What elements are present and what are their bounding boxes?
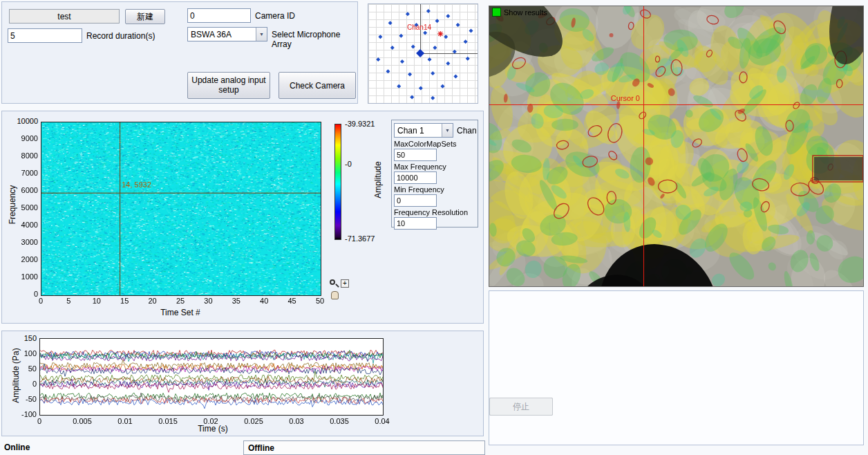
spectrogram-cursor-label: 14, 5932 — [122, 180, 151, 189]
tick-label: 25 — [170, 297, 191, 305]
tick-label: 0.025 — [241, 417, 266, 425]
acoustic-camera-app: test 新建 Camera ID Record duration(s) BSW… — [0, 0, 868, 455]
tick-label: 15 — [114, 297, 135, 305]
spectrogram-panel: Frequency 14, 5932 Time Set # -39.9321 -… — [1, 111, 484, 324]
record-duration-input[interactable] — [8, 28, 82, 43]
min-frequency-label: Min Frequency — [394, 185, 475, 194]
tick-label: 20 — [142, 297, 163, 305]
tick-label: 45 — [282, 297, 303, 305]
offline-status-label: Offline — [248, 443, 274, 453]
tick-label: 9000 — [9, 134, 38, 142]
acoustic-camera-view: Show results Cursor 0 — [489, 6, 864, 287]
tick-label: 100 — [12, 349, 37, 358]
record-duration-label: Record duration(s) — [86, 31, 155, 41]
channel-select-value: Chan 1 — [397, 126, 424, 136]
config-panel: test 新建 Camera ID Record duration(s) BSW… — [1, 1, 358, 104]
max-colormap-input[interactable] — [394, 149, 437, 161]
stop-button[interactable]: 停止 — [489, 398, 553, 416]
waveform-panel: Amplitude (Pa) Time (s) 150100500-50-100… — [1, 331, 484, 436]
frequency-resolution-label: Frequency Resolution — [394, 208, 475, 216]
tick-label: 35 — [226, 297, 247, 305]
update-analog-input-button[interactable]: Update analog input setup — [187, 72, 270, 99]
tick-label: 8000 — [9, 151, 38, 160]
spectrogram-canvas[interactable] — [41, 122, 321, 296]
tick-label: 0 — [30, 297, 51, 305]
tick-label: 0.03 — [284, 417, 309, 425]
max-frequency-label: Max Frequency — [394, 162, 475, 171]
max-colormap-label: MaxColorMapSets — [394, 140, 475, 148]
colorbar-mid-label: -0 — [345, 160, 352, 168]
tick-label: -50 — [12, 395, 37, 403]
session-name-field[interactable]: test — [9, 9, 120, 24]
frequency-resolution-input[interactable] — [394, 217, 437, 230]
graph-tools: + — [330, 279, 350, 303]
show-results-control[interactable]: Show results — [492, 8, 547, 17]
tick-label: 0.035 — [327, 417, 352, 425]
colorbar-max-label: -39.9321 — [345, 120, 375, 128]
pan-tool-icon[interactable] — [331, 291, 339, 299]
tick-label: 6000 — [9, 186, 38, 194]
tick-label: 50 — [310, 297, 330, 305]
colorbar-axis-label: Amplitude — [373, 154, 383, 206]
camera-cursor-label: Cursor 0 — [600, 94, 640, 102]
tick-label: 5 — [58, 297, 79, 305]
tick-label: 7000 — [9, 169, 38, 177]
mic-array-canvas[interactable] — [368, 4, 478, 103]
zoom-tool-icon[interactable] — [330, 279, 339, 288]
tick-label: 40 — [254, 297, 274, 305]
tick-label: 0.04 — [370, 417, 395, 425]
spectrogram-controls: Chan 1 ▼ Chan MaxColorMapSets Max Freque… — [391, 120, 478, 228]
max-frequency-input[interactable] — [394, 171, 437, 184]
tick-label: 0 — [12, 380, 37, 388]
tick-label: 0.02 — [198, 417, 223, 425]
colorbar-min-label: -71.3677 — [345, 234, 375, 243]
show-results-checkbox[interactable] — [492, 8, 501, 17]
tick-label: 10000 — [9, 117, 38, 125]
camera-id-input[interactable] — [187, 8, 251, 23]
show-results-label: Show results — [504, 8, 547, 17]
camera-image-canvas[interactable] — [489, 6, 863, 286]
channel-select-label: Chan — [457, 126, 477, 136]
spectrogram-xlabel: Time Set # — [125, 308, 236, 317]
min-frequency-input[interactable] — [394, 194, 437, 207]
waveform-canvas[interactable] — [39, 338, 384, 416]
action-panel: 开始 保存 停止 — [489, 290, 864, 445]
tick-label: 5000 — [9, 203, 38, 212]
camera-id-label: Camera ID — [255, 11, 295, 21]
waveform-xlabel: Time (s) — [158, 424, 268, 434]
tick-label: 0.01 — [113, 417, 138, 425]
tick-label: 0.015 — [155, 417, 180, 425]
amplitude-colorbar — [334, 124, 341, 240]
mic-array-select[interactable]: BSWA 36A ▼ — [187, 27, 267, 41]
online-status-label: Online — [4, 443, 30, 452]
tick-label: 1000 — [9, 272, 38, 281]
offline-status-box: Offline — [243, 440, 485, 455]
tick-label: 30 — [198, 297, 218, 305]
mic-array-select-value: BSWA 36A — [191, 30, 232, 39]
tick-label: 0 — [27, 417, 52, 425]
tick-label: 10 — [86, 297, 107, 305]
tick-label: 150 — [12, 334, 37, 342]
mic-array-plot: Chan14 — [368, 3, 478, 104]
cursor-tool-icon[interactable]: + — [341, 279, 349, 288]
mic-array-label: Select Microphone Array — [272, 30, 357, 49]
chevron-down-icon: ▼ — [256, 28, 267, 41]
chevron-down-icon: ▼ — [442, 124, 453, 137]
new-button[interactable]: 新建 — [125, 9, 165, 24]
channel-select[interactable]: Chan 1 ▼ — [394, 123, 453, 138]
tick-label: 4000 — [9, 221, 38, 229]
highlighted-channel-label: Chan14 — [407, 24, 431, 31]
tick-label: 50 — [12, 364, 37, 373]
tick-label: 0.005 — [70, 417, 95, 425]
tick-label: 3000 — [9, 238, 38, 246]
check-camera-button[interactable]: Check Camera — [279, 72, 356, 99]
tick-label: 2000 — [9, 255, 38, 263]
